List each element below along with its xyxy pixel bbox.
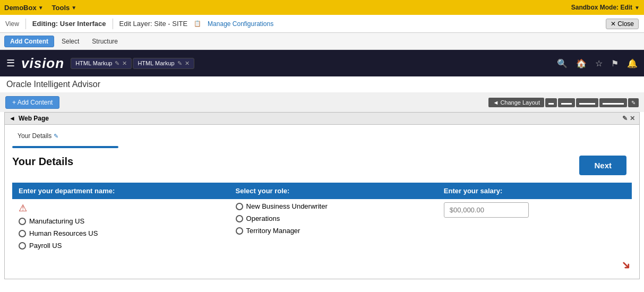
salary-cell — [437, 199, 632, 253]
dept-label-manufacturing: Manufacturing US — [29, 217, 84, 225]
tab2-label: HTML Markup — [138, 60, 174, 66]
change-layout-button[interactable]: ◄ Change Layout — [488, 98, 544, 107]
salary-input[interactable] — [444, 202, 529, 218]
close-label: Close — [617, 20, 634, 28]
role-radio-group: New Business Underwriter Operations Terr… — [236, 202, 431, 235]
layout-1col-button[interactable]: ▬ — [545, 98, 557, 107]
dept-radio-payroll[interactable] — [19, 242, 26, 250]
add-content-main-button[interactable]: + Add Content — [5, 96, 59, 109]
demobox-menu[interactable]: DemoBox ▼ — [4, 4, 44, 12]
top-bar: DemoBox ▼ Tools ▼ Sandbox Mode: Edit ▼ — [0, 0, 644, 15]
layout-buttons: ◄ Change Layout ▬ ▬▬ ▬▬▬ ▬▬▬▬ ✎ — [488, 98, 639, 107]
vision-header-icons: 🔍 🏠 ☆ ⚑ 🔔 — [557, 58, 638, 68]
add-content-button[interactable]: Add Content — [4, 36, 54, 47]
vision-tabs: HTML Markup ✎ ✕ HTML Markup ✎ ✕ — [71, 58, 194, 69]
tab1-edit-icon[interactable]: ✎ — [115, 60, 119, 67]
department-table: Enter your department name: Select your … — [12, 183, 632, 253]
role-cell: New Business Underwriter Operations Terr… — [229, 199, 437, 253]
table-header: Enter your department name: Select your … — [12, 183, 632, 199]
dept-radio-hr[interactable] — [19, 230, 26, 237]
tab1-close-icon[interactable]: ✕ — [122, 60, 127, 67]
step-edit-icon[interactable]: ✎ — [54, 133, 58, 140]
scroll-indicator: ➜ — [5, 258, 639, 272]
salary-header: Enter your salary: — [437, 183, 632, 199]
panel-edit-icon[interactable]: ✎ — [622, 115, 628, 122]
hamburger-icon[interactable]: ☰ — [6, 57, 15, 69]
web-page-panel: ◄ Web Page ✎ ✕ Your Details ✎ Your Detai… — [4, 112, 640, 279]
dept-option-payroll[interactable]: Payroll US — [19, 242, 223, 250]
step-tab-your-details[interactable]: Your Details ✎ — [12, 130, 64, 142]
bell-icon[interactable]: 🔔 — [627, 58, 638, 68]
dept-option-manufacturing[interactable]: Manufacturing US — [19, 217, 223, 225]
layer-label: Edit Layer: Site - SITE — [119, 20, 188, 28]
role-label-nbu: New Business Underwriter — [246, 202, 328, 210]
separator-2 — [113, 19, 113, 29]
dept-header: Enter your department name: — [12, 183, 229, 199]
form-title-row: Your Details Next — [12, 156, 632, 175]
form-scroll-area[interactable]: Your Details ✎ Your Details Next Enter y… — [5, 125, 639, 279]
role-radio-nbu[interactable] — [236, 203, 243, 210]
role-label-territory: Territory Manager — [246, 227, 300, 235]
demobox-arrow-icon: ▼ — [38, 5, 44, 11]
vision-tab-2[interactable]: HTML Markup ✎ ✕ — [133, 58, 194, 69]
vision-tab-1[interactable]: HTML Markup ✎ ✕ — [71, 58, 132, 69]
form-inner: Your Details ✎ Your Details Next Enter y… — [5, 125, 639, 258]
sandbox-arrow-icon: ▼ — [634, 5, 640, 11]
panel-close-icon[interactable]: ✕ — [630, 115, 635, 122]
role-radio-operations[interactable] — [236, 215, 243, 222]
structure-button[interactable]: Structure — [87, 36, 123, 47]
tools-menu[interactable]: Tools ▼ — [52, 4, 77, 12]
sandbox-mode[interactable]: Sandbox Mode: Edit ▼ — [571, 4, 640, 11]
tools-label: Tools — [52, 4, 70, 12]
form-title: Your Details — [12, 156, 73, 168]
vision-logo: vision — [21, 55, 64, 72]
top-bar-left: DemoBox ▼ Tools ▼ — [4, 4, 76, 12]
role-label-operations: Operations — [246, 214, 280, 222]
layout-4col-button[interactable]: ▬▬▬▬ — [599, 98, 627, 107]
editing-label: Editing: User Interface — [32, 20, 106, 28]
role-header: Select your role: — [229, 183, 437, 199]
tab2-close-icon[interactable]: ✕ — [185, 60, 190, 67]
layout-2col-button[interactable]: ▬▬ — [558, 98, 575, 107]
tab2-edit-icon[interactable]: ✎ — [177, 60, 182, 67]
config-icon: 📋 — [194, 20, 201, 27]
dept-radio-manufacturing[interactable] — [19, 218, 26, 225]
layout-3col-button[interactable]: ▬▬▬ — [576, 98, 598, 107]
web-page-header-icons: ✎ ✕ — [622, 115, 635, 122]
demobox-label: DemoBox — [4, 4, 37, 12]
home-icon[interactable]: 🏠 — [576, 58, 587, 68]
next-button[interactable]: Next — [579, 156, 626, 175]
star-icon[interactable]: ☆ — [595, 58, 603, 68]
dept-cell: ⚠ Manufacturing US Human Resources US — [12, 199, 229, 253]
web-page-header-left: ◄ Web Page — [9, 115, 49, 122]
role-option-territory[interactable]: Territory Manager — [236, 227, 431, 235]
search-icon[interactable]: 🔍 — [557, 58, 568, 68]
manage-configurations-link[interactable]: Manage Configurations — [208, 20, 273, 28]
table-body: ⚠ Manufacturing US Human Resources US — [12, 199, 632, 253]
role-option-operations[interactable]: Operations — [236, 214, 431, 222]
role-option-nbu[interactable]: New Business Underwriter — [236, 202, 431, 210]
role-radio-territory[interactable] — [236, 227, 243, 235]
step-tabs: Your Details ✎ — [12, 130, 632, 142]
separator-1 — [25, 19, 26, 29]
web-page-panel-header: ◄ Web Page ✎ ✕ — [5, 113, 639, 125]
content-toolbar: + Add Content ◄ Change Layout ▬ ▬▬ ▬▬▬ ▬… — [0, 93, 644, 112]
triangle-icon: ◄ — [9, 115, 15, 122]
oracle-title-bar: Oracle Intelligent Advisor — [0, 76, 644, 93]
tab1-label: HTML Markup — [75, 60, 112, 66]
layout-custom-button[interactable]: ✎ — [628, 98, 639, 107]
action-bar: Add Content Select Structure — [0, 33, 644, 50]
step-label: Your Details — [18, 132, 51, 140]
select-button[interactable]: Select — [56, 36, 84, 47]
dept-label-hr: Human Resources US — [29, 229, 98, 237]
close-x-icon: ✕ — [611, 20, 616, 28]
department-radio-group: Manufacturing US Human Resources US Payr… — [19, 217, 223, 250]
oracle-title: Oracle Intelligent Advisor — [6, 80, 100, 89]
tools-arrow-icon: ▼ — [71, 5, 76, 11]
close-button[interactable]: ✕ Close — [606, 19, 639, 29]
dept-option-hr[interactable]: Human Resources US — [19, 229, 223, 237]
edit-bar: View Editing: User Interface Edit Layer:… — [0, 15, 644, 33]
vision-header: ☰ vision HTML Markup ✎ ✕ HTML Markup ✎ ✕… — [0, 50, 644, 76]
flag-icon[interactable]: ⚑ — [611, 58, 619, 68]
web-page-title: Web Page — [19, 115, 49, 122]
